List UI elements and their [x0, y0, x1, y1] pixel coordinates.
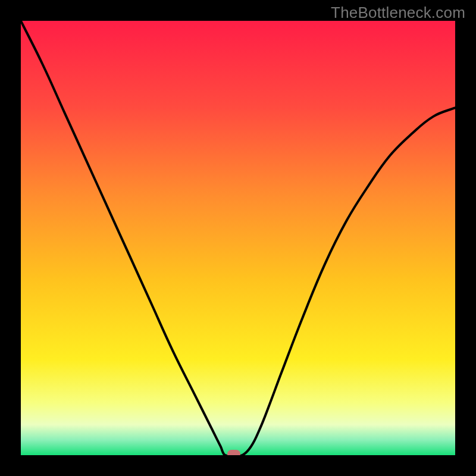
- bottleneck-curve: [21, 21, 455, 455]
- plot-area: [21, 21, 455, 455]
- optimum-marker: [227, 450, 240, 455]
- watermark-text: TheBottleneck.com: [331, 4, 465, 22]
- chart-frame: TheBottleneck.com: [0, 0, 476, 476]
